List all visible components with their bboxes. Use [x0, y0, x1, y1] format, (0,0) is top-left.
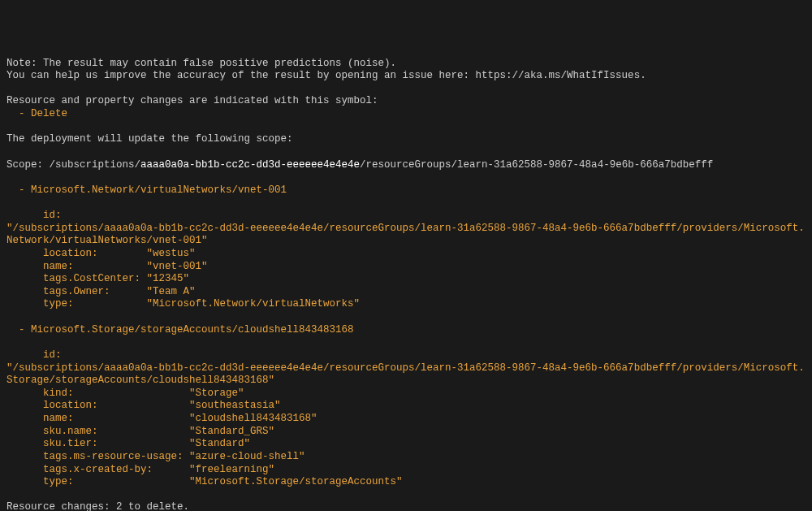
resource2-kind-label: kind: — [6, 388, 189, 399]
resource1-header: - Microsoft.Network/virtualNetworks/vnet… — [6, 184, 287, 196]
resource1-type-label: type: — [6, 298, 147, 310]
resource1-tags-cc-value: "12345" — [147, 273, 190, 284]
resource2-type-value: "Microsoft.Storage/storageAccounts" — [189, 476, 403, 487]
resource1-name-label: name: — [6, 261, 147, 272]
resource2-location-value: "southeastasia" — [189, 400, 281, 411]
resource2-kind-value: "Storage" — [189, 388, 244, 399]
scope-intro: The deployment will update the following… — [6, 133, 293, 145]
resource2-sku-tier-label: sku.tier: — [6, 438, 189, 449]
resource2-name-label: name: — [6, 413, 189, 424]
summary: Resource changes: 2 to delete. — [6, 501, 189, 511]
resource2-tags-usage-label: tags.ms-resource-usage: — [6, 451, 189, 462]
delete-symbol: - Delete — [6, 108, 67, 119]
resource2-tags-created-value: "freelearning" — [189, 464, 274, 475]
resource1-tags-owner-label: tags.Owner: — [6, 286, 147, 297]
resource1-type-value: "Microsoft.Network/virtualNetworks" — [147, 298, 361, 310]
resource1-tags-owner-value: "Team A" — [147, 286, 196, 297]
resource1-id-label: id: — [6, 210, 140, 221]
resource2-id-value: "/subscriptions/aaaa0a0a-bb1b-cc2c-dd3d-… — [6, 362, 805, 387]
resource2-name-value: "cloudshell843483168" — [189, 413, 317, 424]
resource2-tags-usage-value: "azure-cloud-shell" — [189, 451, 305, 462]
resource2-sku-name-value: "Standard_GRS" — [189, 426, 274, 437]
resource2-sku-name-label: sku.name: — [6, 426, 189, 437]
resource1-name-value: "vnet-001" — [147, 261, 208, 272]
note-line-2: You can help us improve the accuracy of … — [6, 70, 646, 81]
resource2-tags-created-label: tags.x-created-by: — [6, 464, 189, 475]
resource2-type-label: type: — [6, 476, 189, 487]
changes-header: Resource and property changes are indica… — [6, 95, 378, 106]
note-line-1: Note: The result may contain false posit… — [6, 58, 396, 69]
resource2-id-label: id: — [6, 349, 189, 361]
resource1-location-label: location: — [6, 248, 147, 259]
resource2-header: - Microsoft.Storage/storageAccounts/clou… — [6, 324, 354, 336]
terminal-output: Note: The result may contain false posit… — [6, 58, 806, 512]
resource1-tags-cc-label: tags.CostCenter: — [6, 273, 147, 284]
resource2-sku-tier-value: "Standard" — [189, 438, 250, 449]
resource1-location-value: "westus" — [147, 248, 196, 259]
scope-prefix: Scope: /subscriptions/ — [6, 159, 140, 171]
subscription-id: aaaa0a0a-bb1b-cc2c-dd3d-eeeeee4e4e4e — [140, 159, 360, 171]
resource1-id-value: "/subscriptions/aaaa0a0a-bb1b-cc2c-dd3d-… — [6, 223, 805, 247]
scope-suffix: /resourceGroups/learn-31a62588-9867-48a4… — [360, 159, 713, 171]
resource2-location-label: location: — [6, 400, 189, 411]
